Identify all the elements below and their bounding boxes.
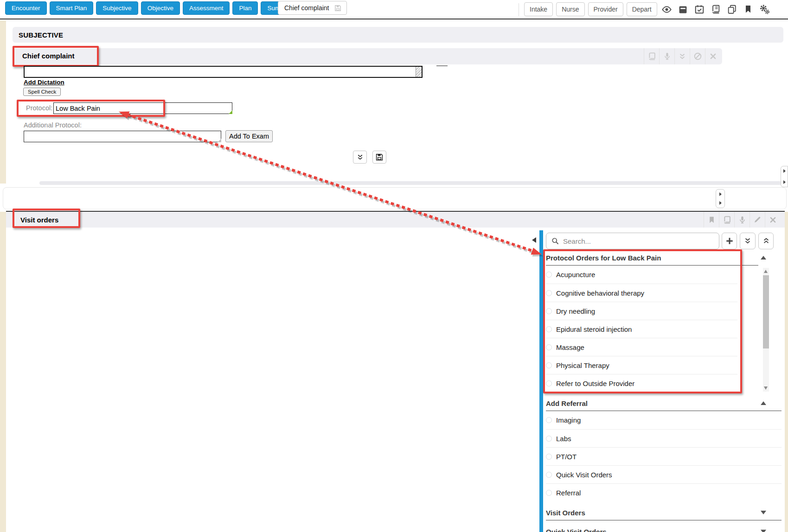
orders-section-visit-orders: Visit Orders bbox=[546, 505, 782, 524]
chief-complaint-header: Chief complaint bbox=[13, 48, 722, 64]
protocol-input[interactable] bbox=[53, 102, 232, 114]
nav-tab-plan[interactable]: Plan bbox=[232, 1, 258, 15]
input-scroll-handle[interactable] bbox=[416, 67, 422, 77]
settings-button[interactable] bbox=[758, 2, 771, 16]
archive-button[interactable] bbox=[677, 2, 690, 16]
order-item-label: Imaging bbox=[556, 416, 581, 424]
splitter-arrow-icon bbox=[783, 169, 786, 173]
button-depart[interactable]: Depart bbox=[627, 2, 657, 16]
orders-section-header-visit-orders[interactable]: Visit Orders bbox=[546, 505, 782, 520]
chief-complaint-title: Chief complaint bbox=[22, 52, 75, 60]
order-item-massage[interactable]: Massage bbox=[546, 338, 737, 356]
book-button[interactable] bbox=[709, 2, 722, 16]
order-item-refer-to-outside-provider[interactable]: Refer to Outside Provider bbox=[546, 374, 737, 392]
order-item-pt-ot[interactable]: PT/OT bbox=[546, 447, 782, 465]
nav-tab-encounter[interactable]: Encounter bbox=[5, 1, 47, 15]
order-item-physical-therapy[interactable]: Physical Therapy bbox=[546, 356, 737, 374]
scroll-up-arrow-icon[interactable] bbox=[764, 270, 768, 273]
calendar-check-button[interactable] bbox=[693, 2, 706, 16]
order-item-imaging[interactable]: Imaging bbox=[546, 411, 782, 429]
orders-section-header-quick-visit-orders[interactable]: Quick Visit Orders bbox=[546, 524, 782, 532]
expand-all-button[interactable] bbox=[740, 233, 756, 249]
spell-check-button[interactable]: Spell Check bbox=[23, 88, 61, 96]
microphone-icon bbox=[738, 215, 747, 224]
splitter-handle[interactable] bbox=[716, 189, 725, 208]
button-nurse[interactable]: Nurse bbox=[556, 2, 584, 16]
order-circle-icon bbox=[546, 272, 552, 278]
order-item-quick-visit-orders[interactable]: Quick Visit Orders bbox=[546, 465, 782, 483]
additional-protocol-input[interactable] bbox=[24, 131, 221, 142]
bookmark-button[interactable] bbox=[742, 2, 755, 16]
expand-more-button[interactable] bbox=[353, 151, 367, 164]
book-button[interactable] bbox=[644, 48, 659, 64]
order-item-acupuncture[interactable]: Acupuncture bbox=[546, 266, 737, 284]
ehr-application-window: EncounterSmart PlanSubjectiveObjectiveAs… bbox=[0, 0, 788, 532]
save-button[interactable] bbox=[372, 151, 386, 164]
orders-list-scrollbar[interactable] bbox=[763, 268, 769, 392]
copy-button[interactable] bbox=[725, 2, 738, 16]
close-section-button[interactable] bbox=[765, 212, 780, 228]
microphone-button[interactable] bbox=[659, 48, 674, 64]
orders-search-box bbox=[546, 233, 719, 249]
orders-item-list: ImagingLabsPT/OTQuick Visit OrdersReferr… bbox=[546, 411, 782, 501]
order-circle-icon bbox=[546, 380, 552, 386]
right-edge-splitter-handle[interactable] bbox=[781, 166, 788, 187]
plus-icon bbox=[725, 236, 734, 246]
top-navigation-bar: EncounterSmart PlanSubjectiveObjectiveAs… bbox=[0, 0, 788, 19]
button-intake[interactable]: Intake bbox=[524, 2, 553, 16]
right-frame-strip-bottom bbox=[785, 212, 788, 532]
collapse-all-button[interactable] bbox=[758, 233, 774, 249]
tab-chief-complaint[interactable]: Chief complaint bbox=[278, 1, 347, 15]
close-section-button[interactable] bbox=[705, 48, 720, 64]
orders-section-add-referral: Add ReferralImagingLabsPT/OTQuick Visit … bbox=[546, 396, 782, 505]
eye-button[interactable] bbox=[660, 2, 673, 16]
save-floppy-icon bbox=[375, 153, 384, 161]
orders-section-quick-visit-orders: Quick Visit Orders bbox=[546, 524, 782, 532]
visit-orders-header: Visit orders bbox=[6, 211, 785, 228]
chevron-up-icon[interactable] bbox=[761, 256, 766, 260]
book-button[interactable] bbox=[719, 212, 734, 228]
order-item-cognitive-behavioral-therapy[interactable]: Cognitive behavioral therapy bbox=[546, 284, 737, 302]
scrollbar-thumb[interactable] bbox=[763, 275, 769, 348]
disable-section-button[interactable] bbox=[690, 48, 705, 64]
order-item-label: Acupuncture bbox=[556, 271, 595, 279]
orders-section-header-add-referral[interactable]: Add Referral bbox=[546, 396, 782, 411]
protocol-input-resize-corner[interactable] bbox=[229, 110, 232, 114]
sidebar-collapse-arrow[interactable] bbox=[532, 237, 536, 243]
chevron-down-icon[interactable] bbox=[761, 530, 766, 532]
book-icon bbox=[711, 4, 721, 14]
chevron-down-icon[interactable] bbox=[761, 511, 766, 514]
orders-section-header-protocol-orders-for-low-back-pain[interactable]: Protocol Orders for Low Back Pain bbox=[546, 250, 758, 266]
additional-protocol-label: Additional Protocol: bbox=[24, 121, 82, 129]
scroll-down-arrow-icon[interactable] bbox=[764, 386, 768, 390]
order-item-label: Epidural steroid injection bbox=[556, 325, 632, 333]
collapse-section-button[interactable] bbox=[674, 48, 690, 64]
copy-icon bbox=[727, 4, 737, 14]
order-item-labs[interactable]: Labs bbox=[546, 429, 782, 447]
search-icon bbox=[551, 237, 559, 245]
additional-input-resize-corner[interactable] bbox=[218, 139, 221, 142]
chief-complaint-input[interactable] bbox=[24, 66, 423, 78]
resize-artifact-line bbox=[436, 65, 448, 66]
double-chevron-down-icon bbox=[678, 52, 686, 61]
add-dictation-link[interactable]: Add Dictation bbox=[24, 79, 64, 86]
bookmark-button[interactable] bbox=[704, 212, 719, 228]
order-item-epidural-steroid-injection[interactable]: Epidural steroid injection bbox=[546, 320, 737, 338]
book-icon bbox=[723, 215, 731, 224]
add-to-exam-button[interactable]: Add To Exam bbox=[225, 130, 273, 142]
horizontal-scrollbar-track[interactable] bbox=[39, 181, 782, 185]
nav-tab-assessment[interactable]: Assessment bbox=[183, 1, 230, 15]
chevron-up-icon[interactable] bbox=[761, 401, 766, 405]
microphone-button[interactable] bbox=[734, 212, 750, 228]
nav-tab-subjective[interactable]: Subjective bbox=[96, 1, 138, 15]
nav-divider bbox=[519, 3, 519, 16]
nav-tab-smart-plan[interactable]: Smart Plan bbox=[50, 1, 94, 15]
search-input[interactable] bbox=[563, 237, 719, 245]
button-provider[interactable]: Provider bbox=[588, 2, 623, 16]
order-item-dry-needling[interactable]: Dry needling bbox=[546, 302, 737, 320]
edit-button[interactable] bbox=[750, 212, 765, 228]
nav-tab-objective[interactable]: Objective bbox=[141, 1, 180, 15]
splitter-arrow-icon bbox=[719, 192, 722, 196]
order-item-referral[interactable]: Referral bbox=[546, 483, 782, 501]
add-order-button[interactable] bbox=[722, 233, 737, 249]
